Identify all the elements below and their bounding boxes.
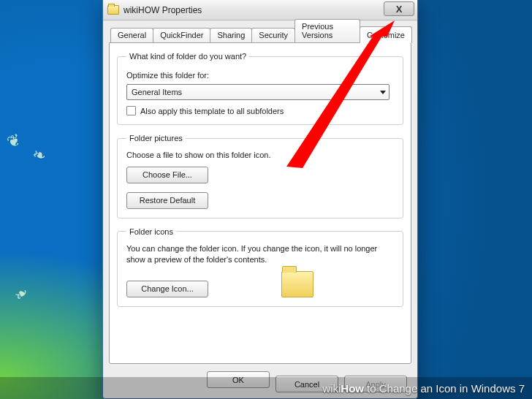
change-icon-button[interactable]: Change Icon... [126,281,208,297]
optimize-combo[interactable]: General Items [126,84,390,100]
tab-general[interactable]: General [110,28,153,42]
caption-wiki: wiki [322,382,341,395]
group-folder-icons-legend: Folder icons [126,227,176,236]
optimize-combo-value: General Items [132,88,182,96]
tab-security[interactable]: Security [251,28,295,42]
caption-how: How [341,382,364,395]
close-button[interactable]: X [384,1,414,16]
group-folder-pictures: Folder pictures Choose a file to show on… [117,134,403,218]
folder-preview-icon [281,271,314,297]
tab-sharing[interactable]: Sharing [210,28,252,42]
tab-customize[interactable]: Customize [360,26,412,43]
tab-previous-versions[interactable]: Previous Versions [294,19,360,42]
choose-file-button[interactable]: Choose File... [126,167,208,183]
caption-rest: to Change an Icon in Windows 7 [367,382,525,395]
optimize-label: Optimize this folder for: [126,71,394,80]
window-title: wikiHOW Properties [123,5,202,15]
tab-panel-customize: What kind of folder do you want? Optimiz… [109,42,411,364]
properties-dialog: wikiHOW Properties X General QuickFinder… [102,0,418,399]
tab-quickfinder[interactable]: QuickFinder [153,28,210,42]
group-folder-kind-legend: What kind of folder do you want? [126,52,249,61]
leaf-decoration: ❧ [10,283,33,305]
restore-default-button[interactable]: Restore Default [126,192,208,209]
leaf-decoration: ❦ [4,130,23,153]
folder-icons-hint: You can change the folder icon. If you c… [126,243,394,265]
chevron-down-icon [380,91,386,94]
titlebar[interactable]: wikiHOW Properties X [103,0,417,20]
dialog-content: General QuickFinder Sharing Security Pre… [103,20,417,398]
close-icon: X [396,4,403,15]
folder-pictures-hint: Choose a file to show on this folder ico… [126,150,394,161]
group-folder-icons: Folder icons You can change the folder i… [117,227,403,307]
group-folder-kind: What kind of folder do you want? Optimiz… [117,52,403,125]
apply-subfolders-label: Also apply this template to all subfolde… [140,107,284,115]
leaf-decoration: ❧ [31,145,48,167]
wikihow-caption: wikiHow to Change an Icon in Windows 7 [0,377,532,399]
apply-subfolders-row[interactable]: Also apply this template to all subfolde… [126,106,394,115]
group-folder-pictures-legend: Folder pictures [126,134,186,142]
tabstrip: General QuickFinder Sharing Security Pre… [109,25,411,42]
folder-icon [107,5,119,15]
apply-subfolders-checkbox[interactable] [126,106,136,115]
